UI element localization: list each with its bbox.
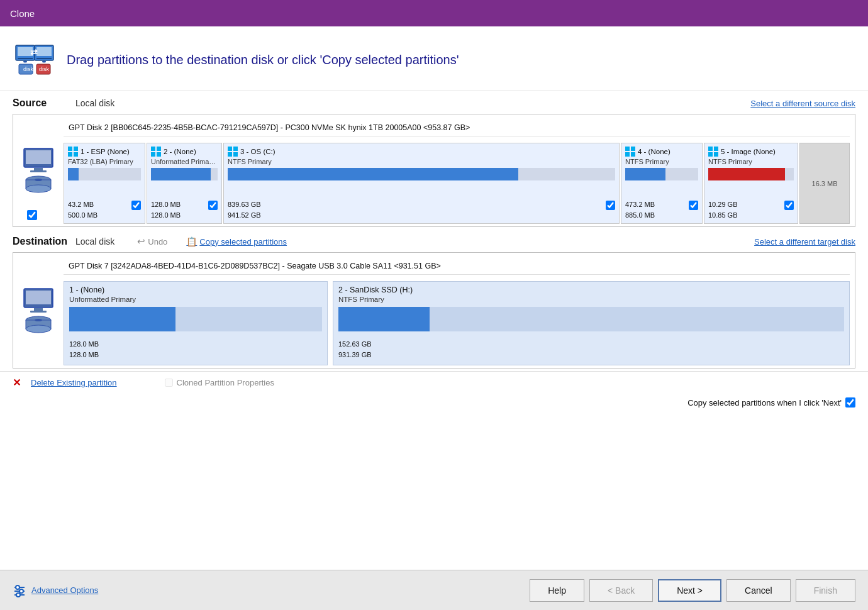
partition-4-size1: 473.2 MB	[625, 199, 655, 210]
partition-5-sizes: 10.29 GB 10.85 GB	[708, 199, 737, 220]
windows-logo-3	[228, 147, 238, 157]
svg-rect-32	[233, 152, 238, 157]
svg-rect-27	[151, 152, 155, 157]
partition-1-bar	[68, 168, 141, 180]
cancel-button[interactable]: Cancel	[726, 579, 791, 602]
destination-disk-container: GPT Disk 7 [3242ADA8-4BED-41D4-B1C6-2D08…	[13, 252, 855, 369]
partition-2-check[interactable]	[208, 201, 218, 210]
dest-partition-2-type: NTFS Primary	[338, 296, 844, 303]
svg-text:disk: disk	[23, 66, 34, 72]
partition-3-check[interactable]	[606, 201, 615, 210]
partition-5-type: NTFS Primary	[708, 158, 794, 165]
back-button[interactable]: < Back	[589, 579, 653, 602]
source-partition-4[interactable]: 4 - (None) NTFS Primary 473.2 MB 885.0 M…	[621, 143, 703, 224]
svg-rect-35	[625, 152, 630, 157]
svg-rect-34	[631, 147, 635, 151]
svg-rect-43	[34, 308, 43, 311]
windows-logo-2	[151, 147, 161, 157]
source-disk-checkbox[interactable]	[27, 210, 37, 220]
copy-partitions-button[interactable]: 📋 Copy selected partitions	[186, 236, 287, 247]
svg-rect-29	[228, 147, 232, 151]
source-partition-1[interactable]: 1 - ESP (None) FAT32 (LBA) Primary 43.2 …	[64, 143, 145, 224]
partition-4-header: 4 - (None)	[625, 147, 698, 157]
partition-5-size2: 10.85 GB	[708, 210, 737, 221]
partition-3-sizes: 839.63 GB 941.52 GB	[228, 199, 261, 220]
partition-3-footer: 839.63 GB 941.52 GB	[228, 199, 615, 220]
svg-rect-2	[18, 58, 33, 59]
partition-5-bar-fill	[708, 168, 785, 180]
partition-4-bar	[625, 168, 698, 180]
partition-4-size2: 885.0 MB	[625, 210, 655, 221]
partition-1-name: 1 - ESP (None)	[81, 148, 130, 155]
svg-point-19	[26, 185, 51, 192]
svg-rect-14	[26, 150, 51, 164]
source-section: Source Local disk Select a different sou…	[0, 91, 868, 230]
partition-4-sizes: 473.2 MB 885.0 MB	[625, 199, 655, 220]
destination-partitions-row: 1 - (None) Unformatted Primary 128.0 MB …	[64, 279, 850, 368]
spacer-label: 16.3 MB	[812, 180, 838, 187]
partition-1-size2: 500.0 MB	[68, 210, 97, 221]
destination-partition-1[interactable]: 1 - (None) Unformatted Primary 128.0 MB …	[64, 281, 328, 365]
cloned-prop-checkbox[interactable]	[165, 379, 173, 387]
clone-svg-icon: ⇄ disk disk	[13, 38, 57, 82]
svg-rect-37	[708, 147, 713, 151]
svg-rect-5	[36, 47, 52, 56]
partition-1-check[interactable]	[131, 201, 141, 210]
source-partition-3[interactable]: 3 - OS (C:) NTFS Primary 839.63 GB 941.5…	[223, 143, 620, 224]
windows-logo-1	[68, 147, 78, 157]
partition-5-name: 5 - Image (None)	[721, 148, 776, 155]
titlebar: Clone	[0, 0, 868, 26]
dest-partition-1-bar	[69, 307, 322, 331]
destination-partition-2[interactable]: 2 - SanDisk SSD (H:) NTFS Primary 152.63…	[333, 281, 850, 365]
svg-rect-38	[714, 147, 718, 151]
cloned-properties-area: Cloned Partition Properties	[165, 378, 274, 387]
svg-rect-31	[228, 152, 232, 157]
select-target-link[interactable]: Select a different target disk	[754, 237, 855, 247]
destination-disk-info: GPT Disk 7 [3242ADA8-4BED-41D4-B1C6-2D08…	[64, 258, 850, 275]
svg-point-50	[16, 585, 19, 589]
source-partition-2[interactable]: 2 - (None) Unformatted Prima… 128.0 MB 1…	[147, 143, 222, 224]
partition-4-bar-fill	[625, 168, 665, 180]
copy-next-row: Copy selected partitions when I click 'N…	[0, 394, 868, 410]
partition-5-size1: 10.29 GB	[708, 199, 737, 210]
partition-2-header: 2 - (None)	[151, 147, 218, 157]
partition-5-check[interactable]	[784, 201, 794, 210]
partition-4-name: 4 - (None)	[638, 148, 670, 155]
destination-label: Destination	[13, 236, 75, 247]
svg-point-47	[26, 325, 51, 333]
svg-text:disk: disk	[39, 66, 50, 72]
help-button[interactable]: Help	[530, 579, 584, 602]
source-disk-icon	[25, 175, 52, 194]
dest-partition-2-sizes: 152.63 GB 931.39 GB	[338, 339, 844, 361]
source-partition-5[interactable]: 5 - Image (None) NTFS Primary 10.29 GB 1…	[704, 143, 798, 224]
finish-button[interactable]: Finish	[796, 579, 855, 602]
svg-rect-33	[625, 147, 630, 151]
partition-2-bar-fill	[151, 168, 211, 180]
dest-partition-2-bar	[338, 307, 844, 331]
source-disk-container: GPT Disk 2 [BB06C645-2235-4B5B-BCAC-7912…	[13, 114, 855, 227]
dest-partition-2-bar-fill	[338, 307, 430, 331]
partition-1-type: FAT32 (LBA) Primary	[68, 158, 141, 165]
partition-3-size2: 941.52 GB	[228, 210, 261, 221]
cloned-prop-label: Cloned Partition Properties	[177, 378, 274, 387]
undo-button[interactable]: ↩ Undo	[137, 236, 167, 247]
destination-disk-main: GPT Disk 7 [3242ADA8-4BED-41D4-B1C6-2D08…	[64, 253, 855, 368]
undo-label: Undo	[148, 237, 167, 247]
svg-point-3	[23, 61, 27, 63]
source-label: Source	[13, 97, 75, 109]
select-source-link[interactable]: Select a different source disk	[750, 99, 855, 108]
partition-4-check[interactable]	[689, 201, 698, 210]
titlebar-label: Clone	[10, 8, 35, 19]
partition-1-size1: 43.2 MB	[68, 199, 97, 210]
copy-label: Copy selected partitions	[199, 237, 287, 247]
source-sublabel: Local disk	[75, 98, 114, 108]
source-header: Source Local disk Select a different sou…	[13, 97, 855, 109]
next-button[interactable]: Next >	[658, 579, 721, 602]
advanced-options-button[interactable]: Advanced Options	[13, 584, 98, 597]
partition-2-size2: 128.0 MB	[151, 210, 181, 221]
delete-partition-button[interactable]: Delete Existing partition	[31, 378, 117, 387]
svg-rect-42	[26, 291, 51, 304]
partition-1-sizes: 43.2 MB 500.0 MB	[68, 199, 97, 220]
svg-rect-15	[34, 168, 43, 170]
copy-next-checkbox[interactable]	[845, 397, 855, 408]
